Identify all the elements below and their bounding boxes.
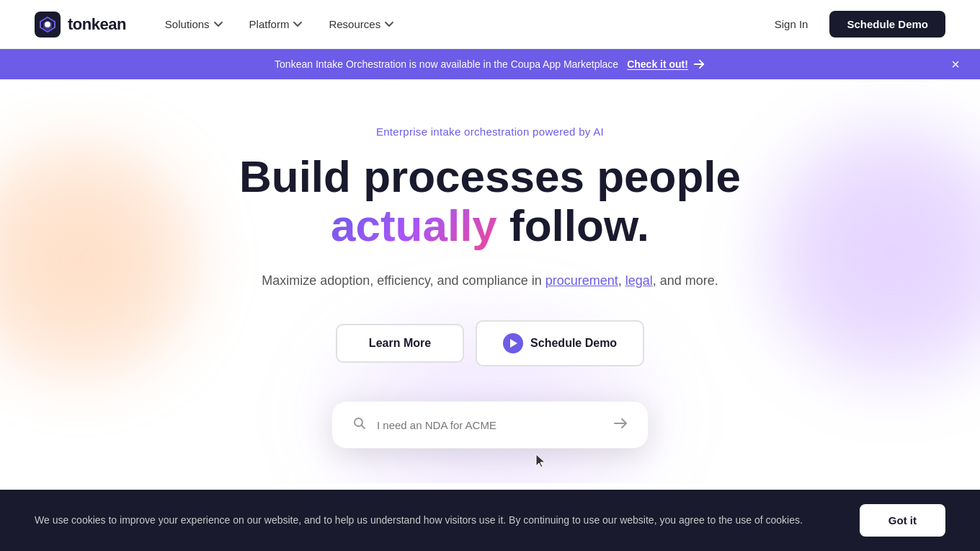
check-it-out-link[interactable]: Check it out! — [627, 58, 705, 71]
cookie-message: We use cookies to improve your experienc… — [35, 514, 803, 526]
svg-point-1 — [45, 22, 50, 27]
hero-section: Enterprise intake orchestration powered … — [0, 79, 980, 483]
sign-in-button[interactable]: Sign In — [765, 12, 819, 36]
arrow-right-icon — [692, 58, 705, 71]
hero-card — [331, 401, 649, 449]
procurement-link[interactable]: procurement — [545, 273, 618, 288]
hero-title-part1: Build processes people — [239, 151, 741, 201]
nav-item-resources[interactable]: Resources — [318, 12, 404, 36]
hero-buttons: Learn More Schedule Demo — [35, 320, 945, 366]
logo[interactable]: tonkean — [35, 12, 126, 38]
subtitle-intro: Maximize adoption, efficiency, and compl… — [262, 273, 545, 288]
hero-title-highlight: actually — [331, 200, 497, 250]
subtitle-comma1: , — [618, 273, 625, 288]
schedule-demo-nav-button[interactable]: Schedule Demo — [829, 11, 945, 38]
nav-items: Solutions Platform Resources — [155, 12, 404, 36]
hero-card-wrapper — [35, 401, 945, 449]
hero-subtitle: Maximize adoption, efficiency, and compl… — [35, 270, 945, 291]
navbar: tonkean Solutions Platform Resources — [0, 0, 980, 49]
check-it-out-label: Check it out! — [627, 58, 688, 70]
platform-chevron-icon — [293, 19, 303, 30]
hero-title-part2: follow. — [497, 200, 649, 250]
resources-label: Resources — [329, 18, 380, 30]
resources-chevron-icon — [384, 19, 394, 30]
svg-line-4 — [362, 426, 365, 429]
cookie-text: We use cookies to improve your experienc… — [35, 512, 837, 528]
nav-item-solutions[interactable]: Solutions — [155, 12, 233, 36]
got-it-button[interactable]: Got it — [860, 504, 945, 537]
logo-text: tonkean — [68, 15, 126, 34]
solutions-chevron-icon — [213, 19, 223, 30]
navbar-left: tonkean Solutions Platform Resources — [35, 12, 404, 38]
send-icon-wrap[interactable] — [613, 416, 628, 433]
send-icon — [613, 416, 628, 431]
announcement-bar: Tonkean Intake Orchestration is now avai… — [0, 49, 980, 79]
announcement-message: Tonkean Intake Orchestration is now avai… — [275, 58, 618, 70]
hero-tagline: Enterprise intake orchestration powered … — [35, 125, 945, 138]
solutions-label: Solutions — [165, 18, 210, 30]
nav-item-platform[interactable]: Platform — [239, 12, 313, 36]
cookie-banner: We use cookies to improve your experienc… — [0, 490, 980, 551]
learn-more-button[interactable]: Learn More — [336, 324, 464, 363]
search-icon — [352, 416, 367, 431]
play-icon — [503, 333, 523, 353]
nda-search-input[interactable] — [377, 419, 603, 431]
tonkean-logo-icon — [35, 12, 61, 38]
legal-link[interactable]: legal — [625, 273, 653, 288]
schedule-demo-label: Schedule Demo — [530, 337, 617, 350]
play-triangle — [510, 339, 517, 348]
platform-label: Platform — [249, 18, 290, 30]
navbar-right: Sign In Schedule Demo — [765, 11, 945, 38]
hero-title: Build processes people actually follow. — [166, 152, 814, 250]
hero-content: Enterprise intake orchestration powered … — [35, 125, 945, 449]
announcement-text: Tonkean Intake Orchestration is now avai… — [275, 58, 705, 71]
search-icon-wrap — [352, 416, 367, 433]
schedule-demo-hero-button[interactable]: Schedule Demo — [476, 320, 644, 366]
cursor-indicator — [533, 453, 551, 470]
subtitle-tail: , and more. — [653, 273, 718, 288]
close-announcement-button[interactable]: × — [948, 54, 963, 74]
